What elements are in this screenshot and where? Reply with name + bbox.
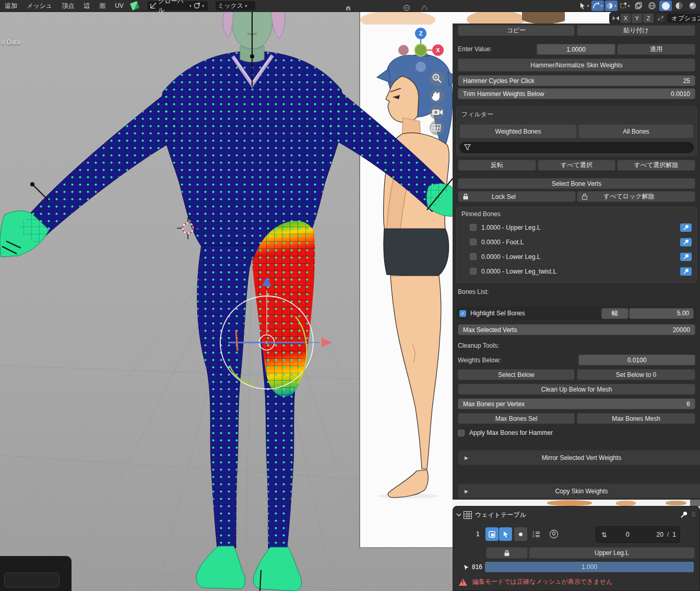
set-below-zero-button[interactable]: Set Below to 0 <box>577 369 695 380</box>
shading-wireframe-button[interactable] <box>646 1 658 11</box>
max-selected-verts-slider[interactable]: Max Selected Verts 20000 <box>458 324 695 335</box>
tab-weighted-bones[interactable]: Weighted Bones <box>459 124 577 138</box>
bone-filter-input[interactable] <box>459 142 694 153</box>
svg-text:1: 1 <box>532 530 535 534</box>
hammer-normalize-button[interactable]: Hammer/Normalize Skin Weights <box>458 58 695 72</box>
select-tool-dropdown[interactable]: ▾ <box>578 1 590 11</box>
camera-view-button[interactable] <box>430 105 444 120</box>
hint-bulb-toggle[interactable] <box>547 527 560 541</box>
lock-column-button[interactable] <box>486 547 528 559</box>
enter-value-field[interactable]: 1.0000 <box>537 44 615 55</box>
hammer-cycles-value: 25 <box>683 77 690 85</box>
pinned-bone-checkbox[interactable] <box>470 239 477 245</box>
invert-selection-button[interactable]: 反転 <box>458 160 536 171</box>
select-verts-toggle[interactable] <box>499 527 512 541</box>
max-bones-sel-button[interactable]: Max Bones Sel <box>458 413 575 424</box>
unpin-button[interactable] <box>680 223 692 232</box>
bone-column-header[interactable]: Upper Leg.L <box>529 547 695 559</box>
symmetry-z-toggle[interactable]: Z <box>643 14 654 23</box>
copy-skin-weights-section[interactable]: ▶ Copy Skin Weights <box>458 483 700 499</box>
numbered-list-toggle[interactable]: 1 2 <box>530 527 543 541</box>
page-counter[interactable]: ⇅ 0 20 / 1 <box>596 526 680 543</box>
unpin-button[interactable] <box>680 238 692 246</box>
pinned-bone-row: 0.0000 - Lower Leg.L <box>470 252 692 261</box>
weight-value-slider[interactable]: 1.000 <box>485 562 694 572</box>
proportional-falloff-dropdown[interactable]: ▾ <box>591 1 604 11</box>
shading-solid-button[interactable] <box>659 1 672 11</box>
width-value-field[interactable]: 5.00 <box>629 308 694 319</box>
shading-material-button[interactable] <box>673 1 685 11</box>
menu-vertex[interactable]: 頂点 <box>57 2 79 10</box>
clean-up-below-button[interactable]: Clean Up Below for Mesh <box>458 384 695 395</box>
mirror-weights-section[interactable]: ▶ Mirror Selected Vert Weights <box>458 450 700 465</box>
width-label-segment[interactable]: 幅 <box>601 308 628 319</box>
pan-hand-button[interactable] <box>430 89 444 103</box>
menu-add[interactable]: 追加 <box>0 2 22 10</box>
options-button[interactable]: オプション <box>668 14 700 23</box>
header-overflow-row: X Y Z オプション <box>609 12 700 25</box>
panel-drag-handle[interactable]: ⠿ <box>691 511 696 518</box>
max-verts-value: 20000 <box>673 326 690 334</box>
collapse-chevron-icon[interactable] <box>456 513 461 517</box>
perspective-grid-button[interactable] <box>430 121 444 135</box>
duplicate-view-icon[interactable] <box>632 1 645 11</box>
operator-panel-collapsed[interactable] <box>0 556 72 591</box>
lock-sel-button[interactable]: Lock Sel <box>458 191 576 202</box>
show-selected-toggle[interactable] <box>485 527 499 541</box>
copy-button[interactable]: コピー <box>458 25 575 36</box>
max-bones-mesh-button[interactable]: Max Bones Mesh <box>577 413 695 424</box>
snap-magnet-icon[interactable] <box>345 4 352 11</box>
trim-hammer-slider[interactable]: Trim Hammer Weights Below 0.0010 <box>458 88 695 99</box>
symmetry-x-toggle[interactable]: X <box>621 14 631 23</box>
snap-with-dropdown[interactable]: ミックス ▾ <box>216 1 255 10</box>
deselect-all-button[interactable]: すべて選択解除 <box>617 160 695 171</box>
menu-mesh[interactable]: メッシュ <box>22 2 57 10</box>
lock-icon <box>504 550 510 557</box>
pivot-point-dropdown[interactable]: ▾ <box>191 1 208 10</box>
hammer-cycles-label: Hammer Cycles Per Click <box>463 77 535 85</box>
box-select-icon <box>620 2 627 9</box>
filter-title: フィルター <box>461 110 493 119</box>
apply-max-bones-row: Apply Max Bones for Hammer <box>458 429 695 436</box>
apply-button[interactable]: 適用 <box>617 44 695 55</box>
sort-swap-icon[interactable]: ⇅ <box>601 531 607 539</box>
pinned-bone-checkbox[interactable] <box>470 224 477 231</box>
pinned-bone-checkbox[interactable] <box>470 253 477 260</box>
falloff-curve-icon[interactable] <box>421 4 428 11</box>
proportional-edit-icon[interactable] <box>403 4 410 11</box>
snap-toggle-dropdown[interactable]: ▾ <box>605 1 618 11</box>
symmetry-y-toggle[interactable]: Y <box>632 14 642 23</box>
weight-table-header[interactable]: ウェイトテーブル ⠿ <box>453 509 699 521</box>
hammer-cycles-slider[interactable]: Hammer Cycles Per Click 25 <box>458 75 695 86</box>
weights-below-field[interactable]: 0.0100 <box>578 354 695 365</box>
weight-row: 816 1.000 <box>453 562 699 573</box>
apply-max-bones-checkbox[interactable] <box>458 430 465 436</box>
annotate-pencil-icon[interactable] <box>129 1 140 11</box>
select-below-button[interactable]: Select Below <box>458 369 575 380</box>
gizmo-ball-neg-z <box>416 62 426 72</box>
menu-face[interactable]: 面 <box>94 2 110 10</box>
select-all-button[interactable]: すべて選択 <box>538 160 615 171</box>
transform-orientation-dropdown[interactable]: グローバル ▾ <box>148 1 194 10</box>
zoom-button[interactable] <box>430 72 444 86</box>
menu-uv[interactable]: UV <box>110 2 128 9</box>
pinned-bone-checkbox[interactable] <box>470 268 477 275</box>
vertex-dot-toggle[interactable] <box>514 527 527 541</box>
select-bone-verts-button[interactable]: Select Bone Verts <box>458 178 695 189</box>
vertex-count: 816 <box>472 563 482 571</box>
menu-edge[interactable]: 辺 <box>79 2 94 10</box>
unpin-button[interactable] <box>680 253 692 261</box>
operator-panel-field[interactable] <box>4 573 60 587</box>
unpin-button[interactable] <box>680 267 692 276</box>
max-bones-per-vertex-slider[interactable]: Max Bones per Vertex 6 <box>458 398 695 409</box>
panel-pin-icon[interactable] <box>680 511 688 519</box>
paste-button[interactable]: 貼り付け <box>577 25 695 36</box>
select-box-dropdown[interactable]: ▾ <box>619 1 631 11</box>
highlight-checkbox[interactable]: ✓ <box>459 310 466 317</box>
svg-text:Z: Z <box>419 30 423 37</box>
snap-topology-icon[interactable] <box>656 14 665 23</box>
unlock-all-button[interactable]: すべてロック解除 <box>577 191 695 202</box>
weight-tools-panel: コピー 貼り付け Enter Value: 1.0000 適用 Hammer/N… <box>453 23 700 501</box>
tab-all-bones[interactable]: All Bones <box>578 124 694 138</box>
shading-rendered-button[interactable] <box>686 1 699 11</box>
